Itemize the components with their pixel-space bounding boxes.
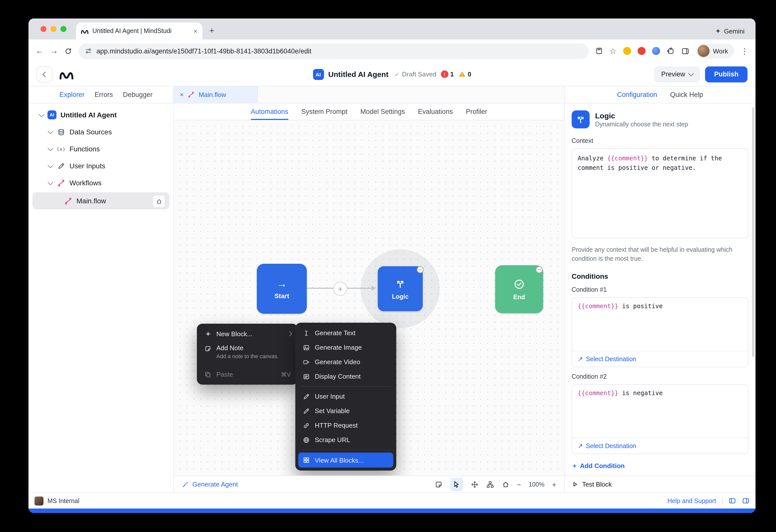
tab-quick-help[interactable]: Quick Help — [670, 91, 703, 98]
condition-2-select-destination[interactable]: ↗ Select Destination — [572, 438, 748, 454]
new-tab-button[interactable]: + — [209, 22, 214, 39]
test-block-button[interactable]: Test Block — [565, 476, 756, 493]
warning-count-badge[interactable]: 0 — [458, 70, 471, 78]
condition-1-editor[interactable]: {{comment}} is positive — [572, 298, 748, 351]
workflow-canvas[interactable]: + → Start Logic End — [174, 120, 564, 476]
preview-button[interactable]: Preview — [654, 66, 700, 82]
tab-errors[interactable]: Errors — [95, 91, 113, 98]
tab-explorer[interactable]: Explorer — [59, 91, 85, 98]
extension-yellow-icon[interactable] — [623, 47, 631, 55]
tree-item-workflows[interactable]: Workflows — [32, 174, 169, 191]
conditions-heading: Conditions — [572, 272, 749, 280]
workspace-avatar — [34, 496, 43, 505]
browser-tab[interactable]: Untitled AI Agent | MindStudi × — [76, 22, 202, 39]
menu-item-paste[interactable]: Paste ⌘V — [200, 367, 295, 381]
toggle-right-panel-icon[interactable] — [742, 497, 750, 505]
menu-item-generate-text[interactable]: Generate Text — [298, 326, 393, 340]
tree-item-user-inputs[interactable]: User Inputs — [32, 157, 169, 174]
zoom-window-button[interactable] — [60, 26, 66, 32]
start-node[interactable]: → Start — [257, 264, 307, 314]
tree-item-data-sources[interactable]: Data Sources — [32, 123, 169, 141]
main-area: Explorer Errors Debugger AI Untitled AI … — [28, 86, 756, 493]
gemini-button[interactable]: Gemini — [715, 22, 745, 39]
url-bar[interactable]: app.mindstudio.ai/agents/e150df71-10f1-4… — [78, 43, 588, 59]
condition-2-editor[interactable]: {{comment}} is negative — [572, 385, 748, 438]
workflow-section-tabs: Automations System Prompt Model Settings… — [174, 103, 564, 120]
zoom-level[interactable]: 100% — [529, 481, 545, 488]
menu-item-add-note[interactable]: Add Note Add a note to the canvas. — [200, 341, 295, 367]
auto-layout-icon[interactable] — [486, 480, 494, 488]
menu-item-display-content[interactable]: Display Content — [298, 369, 393, 383]
toggle-left-panel-icon[interactable] — [729, 497, 736, 505]
menu-item-http-request[interactable]: HTTP Request — [298, 418, 393, 433]
side-panel-icon[interactable] — [681, 47, 690, 55]
extension-red-icon[interactable] — [637, 47, 645, 55]
select-tool-icon[interactable] — [450, 478, 463, 491]
condition-1-select-destination[interactable]: ↗ Select Destination — [572, 351, 748, 367]
back-icon[interactable]: ← — [35, 46, 43, 55]
template-token: {{comment}} — [578, 303, 618, 310]
help-and-support-link[interactable]: Help and Support — [667, 497, 716, 504]
zoom-out-button[interactable]: − — [517, 480, 521, 488]
end-node-collapse-icon[interactable] — [535, 266, 543, 274]
menu-item-new-block[interactable]: New Block... — [200, 327, 295, 341]
tab-profiler[interactable]: Profiler — [466, 103, 488, 120]
menu-item-user-input[interactable]: User Input — [298, 389, 393, 404]
app-back-button[interactable] — [36, 66, 52, 82]
browser-menu-icon[interactable]: ⋮ — [741, 46, 749, 56]
zoom-in-button[interactable]: + — [552, 480, 556, 488]
chevron-down-icon — [48, 128, 53, 134]
inspector-scrollbar[interactable] — [752, 107, 755, 357]
template-token: {{comment}} — [578, 390, 618, 397]
file-tab-main-flow[interactable]: × Main.flow — [174, 86, 258, 103]
add-note-tool-icon[interactable] — [434, 480, 442, 488]
error-count-badge[interactable]: ! 1 — [441, 70, 454, 78]
tab-automations[interactable]: Automations — [251, 103, 288, 120]
generate-agent-button[interactable]: Generate Agent — [182, 481, 238, 488]
agent-title-group: AI Untitled AI Agent ✓ Draft Saved ! 1 0 — [313, 62, 471, 86]
warning-count: 0 — [468, 71, 471, 78]
menu-item-view-all-blocks[interactable]: View All Blocks... — [298, 453, 393, 468]
tree-item-label: Data Sources — [69, 128, 112, 136]
logic-node-collapse-icon[interactable] — [416, 266, 424, 274]
agent-title[interactable]: Untitled AI Agent — [328, 70, 388, 78]
tab-configuration[interactable]: Configuration — [617, 91, 657, 98]
tab-evaluations[interactable]: Evaluations — [418, 103, 453, 120]
tree-item-agent-root[interactable]: AI Untitled AI Agent — [32, 106, 169, 123]
browser-profile-chip[interactable]: Work — [696, 43, 734, 58]
close-window-button[interactable] — [40, 26, 46, 32]
home-flow-button[interactable] — [152, 195, 165, 208]
inspector-panel: Configuration Quick Help Logic Dynamical… — [564, 86, 756, 493]
tab-debugger[interactable]: Debugger — [123, 91, 153, 98]
logic-node[interactable]: Logic — [378, 266, 423, 311]
forward-icon[interactable]: → — [50, 46, 58, 55]
menu-item-generate-video[interactable]: Generate Video — [298, 355, 393, 369]
tab-close-icon[interactable]: × — [194, 27, 197, 35]
agent-ai-badge: AI — [313, 69, 324, 80]
menu-item-set-variable[interactable]: Set Variable — [298, 404, 393, 418]
minimize-window-button[interactable] — [50, 26, 56, 32]
fit-view-home-icon[interactable] — [502, 480, 510, 488]
reading-list-icon[interactable] — [595, 47, 603, 55]
context-editor[interactable]: Analyze {{comment}} to determine if the … — [572, 149, 749, 238]
tab-model-settings[interactable]: Model Settings — [360, 103, 405, 120]
bookmark-star-icon[interactable]: ☆ — [609, 46, 617, 56]
site-settings-icon[interactable] — [85, 47, 92, 54]
tab-system-prompt[interactable]: System Prompt — [301, 103, 348, 120]
add-condition-button[interactable]: + Add Condition — [572, 462, 749, 470]
publish-button[interactable]: Publish — [705, 66, 748, 82]
extension-color-icon[interactable] — [652, 47, 660, 55]
menu-item-generate-image[interactable]: Generate Image — [298, 340, 393, 355]
warning-icon — [458, 70, 466, 78]
reload-icon[interactable] — [64, 47, 72, 55]
error-icon: ! — [441, 70, 448, 78]
pan-tool-icon[interactable] — [470, 480, 478, 488]
gemini-sparkle-icon — [715, 28, 721, 34]
file-tab-close-icon[interactable]: × — [180, 91, 184, 98]
add-block-on-edge-button[interactable]: + — [333, 282, 347, 296]
tree-item-functions[interactable]: (x) Functions — [32, 141, 169, 157]
inspector-tabs: Configuration Quick Help — [565, 86, 756, 103]
menu-item-scrape-url[interactable]: Scrape URL — [298, 433, 393, 447]
tree-item-main-flow[interactable]: Main.flow — [32, 192, 169, 209]
extensions-puzzle-icon[interactable] — [666, 47, 674, 55]
